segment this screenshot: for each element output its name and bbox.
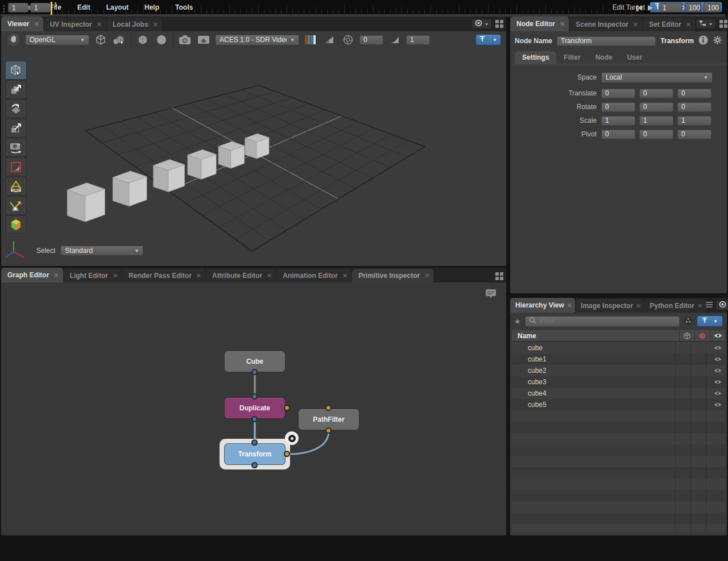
plug-pathfilter-out[interactable] <box>325 427 332 434</box>
light-tool[interactable] <box>5 177 27 196</box>
tab[interactable]: Light Editor ✕ <box>64 269 122 282</box>
timeline-ruler[interactable] <box>57 1 632 15</box>
vector-z-field[interactable]: 1 <box>677 116 712 126</box>
timeline-end-field[interactable]: 100 <box>685 3 701 13</box>
close-icon[interactable]: ✕ <box>636 302 641 310</box>
selection-tool[interactable] <box>5 61 27 80</box>
vector-z-field[interactable]: 0 <box>677 130 712 139</box>
scale-tool[interactable] <box>5 119 27 138</box>
viewport-3d[interactable]: Select Standard ▼ <box>1 48 506 266</box>
eye-icon[interactable] <box>710 365 725 376</box>
tab[interactable]: Viewer ✕ <box>1 16 43 31</box>
close-icon[interactable]: ✕ <box>113 272 118 280</box>
select-mode-dropdown[interactable]: Standard ▼ <box>60 246 143 256</box>
tab[interactable]: Graph Editor ✕ <box>1 268 63 282</box>
tab[interactable]: Local Jobs ✕ <box>106 18 162 31</box>
tab[interactable]: Render Pass Editor ✕ <box>122 269 205 282</box>
target-menu-button[interactable]: ▼ <box>471 19 492 29</box>
close-icon[interactable]: ✕ <box>424 272 429 280</box>
filter-input-wrap[interactable] <box>525 316 680 327</box>
plug-duplicate-filter[interactable] <box>284 405 290 411</box>
info-icon[interactable] <box>698 35 708 47</box>
target-menu-button[interactable]: ▼ <box>715 300 728 310</box>
exposure-field[interactable]: 0 <box>359 35 383 45</box>
star-icon[interactable]: ★ <box>514 317 521 326</box>
plug-duplicate-in[interactable] <box>251 393 258 400</box>
camera-tool[interactable] <box>5 138 27 157</box>
rgb-channels-icon[interactable] <box>303 33 318 47</box>
eye-icon[interactable] <box>710 330 725 341</box>
close-icon[interactable]: ✕ <box>196 272 201 280</box>
play-icon[interactable] <box>646 4 653 11</box>
node-graph-menu-button[interactable]: ▼ <box>696 19 716 29</box>
dotted-circle-icon[interactable] <box>684 316 693 327</box>
table-row[interactable]: cube2 <box>512 365 725 376</box>
gamma-icon[interactable] <box>387 33 402 47</box>
eye-icon[interactable] <box>710 399 725 410</box>
timeline-start-field[interactable]: 1 <box>8 3 28 13</box>
layout-grid-icon[interactable] <box>719 20 727 28</box>
skip-start-icon[interactable] <box>635 4 643 11</box>
node-graph-canvas[interactable]: Cube Duplicate PathFilter Transform <box>1 282 506 535</box>
plug-cube-out[interactable] <box>251 369 258 375</box>
close-icon[interactable]: ✕ <box>97 21 102 28</box>
edit-scope-tool[interactable] <box>5 215 27 234</box>
layout-grid-icon[interactable] <box>495 20 503 28</box>
tab[interactable]: Set Editor ✕ <box>643 18 695 31</box>
solid-cube-icon[interactable] <box>135 33 150 47</box>
table-row[interactable]: cube <box>512 342 725 354</box>
camera-icon[interactable] <box>177 33 192 47</box>
filter-input[interactable] <box>540 317 676 325</box>
render-view-icon[interactable] <box>196 33 211 47</box>
solid-cube-icon[interactable] <box>694 330 710 341</box>
vector-y-field[interactable]: 1 <box>639 116 673 126</box>
eye-icon[interactable] <box>710 376 725 388</box>
exposure-icon[interactable] <box>322 33 337 47</box>
tab[interactable]: Hierarchy View ✕ <box>510 298 575 313</box>
eye-icon[interactable] <box>710 388 725 399</box>
table-row[interactable]: cube5 <box>512 399 725 410</box>
drag-handle[interactable] <box>3 5 5 13</box>
close-icon[interactable]: ✕ <box>153 21 158 28</box>
menu-icon[interactable] <box>706 301 713 309</box>
vector-z-field[interactable]: 0 <box>677 89 712 98</box>
close-icon[interactable]: ✕ <box>567 302 572 309</box>
crop-window-tool[interactable] <box>5 157 27 176</box>
tab[interactable]: Attribute Editor ✕ <box>206 269 276 282</box>
tab[interactable]: Primitive Inspector ✕ <box>352 269 433 282</box>
vector-x-field[interactable]: 1 <box>601 116 635 126</box>
subtab[interactable]: Settings <box>515 51 556 64</box>
subtab[interactable]: User <box>620 51 650 64</box>
close-icon[interactable]: ✕ <box>633 21 638 28</box>
plug-transform-filter[interactable] <box>284 451 290 457</box>
table-row[interactable]: cube4 <box>512 388 725 399</box>
vector-y-field[interactable]: 0 <box>639 102 673 112</box>
layout-grid-icon[interactable] <box>495 272 503 280</box>
vector-x-field[interactable]: 0 <box>601 102 635 112</box>
annotation-icon[interactable] <box>485 288 497 301</box>
gear-icon[interactable] <box>713 35 722 47</box>
gamma-field[interactable]: 1 <box>406 35 430 45</box>
translate-tool[interactable] <box>5 80 27 99</box>
plug-transform-out[interactable] <box>251 462 258 468</box>
timeline-range-field[interactable]: 100 <box>704 3 720 13</box>
close-icon[interactable]: ✕ <box>34 20 39 28</box>
tab[interactable]: Scene Inspector ✕ <box>569 18 642 31</box>
name-column-header[interactable]: Name <box>512 332 679 340</box>
vector-z-field[interactable]: 0 <box>677 102 712 112</box>
shading-sphere-icon[interactable] <box>154 33 169 47</box>
vector-y-field[interactable]: 0 <box>639 89 673 98</box>
subtab[interactable]: Node <box>588 51 620 64</box>
table-row[interactable]: cube3 <box>512 376 725 388</box>
timeline-frame-field[interactable]: 1 <box>659 3 682 13</box>
eye-icon[interactable] <box>710 342 725 354</box>
vector-y-field[interactable]: 0 <box>639 130 673 139</box>
close-icon[interactable]: ✕ <box>267 272 272 280</box>
viewer-focus-dropdown[interactable]: ▼ <box>475 34 501 45</box>
plug-duplicate-out[interactable] <box>251 416 258 422</box>
hierarchy-focus-dropdown[interactable]: ▼ <box>697 315 723 327</box>
table-row[interactable]: cube1 <box>512 354 725 365</box>
playhead[interactable] <box>51 2 52 15</box>
hierarchy-table-header[interactable]: Name <box>512 330 725 342</box>
subtab[interactable]: Filter <box>556 51 588 64</box>
